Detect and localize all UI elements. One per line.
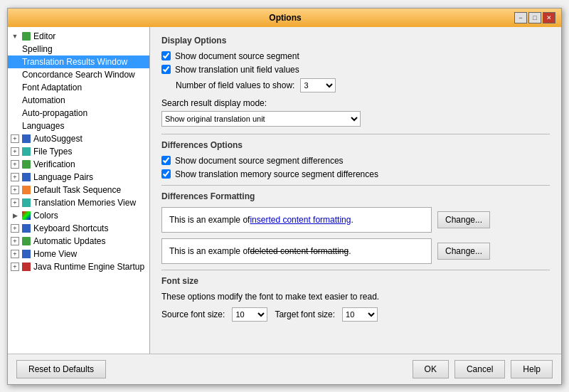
sidebar-item-colors[interactable]: ▶ Colors — [8, 209, 149, 222]
autoupdate-icon — [21, 236, 31, 246]
divider-2 — [161, 185, 550, 186]
verification-icon — [21, 159, 31, 169]
search-mode-section: Search result display mode: Show origina… — [161, 98, 550, 127]
main-panel: Display Options Show document source seg… — [150, 27, 561, 354]
editor-icon — [21, 31, 31, 41]
source-font-size-select[interactable]: 10 8 9 11 12 14 16 — [232, 307, 267, 322]
font-size-description: These options modify the font to make te… — [161, 292, 550, 302]
show-source-diff-row: Show document source segment differences — [161, 156, 550, 166]
show-source-segment-label: Show document source segment — [175, 51, 299, 61]
sidebar-item-tm-view[interactable]: + Translation Memories View — [8, 196, 149, 209]
deleted-preview-link: deleted content formatting — [250, 246, 349, 256]
sidebar-item-verification[interactable]: + Verification — [8, 158, 149, 171]
deleted-preview-text-after: . — [349, 246, 351, 256]
sidebar-item-automation[interactable]: Automation — [8, 94, 149, 107]
reset-button[interactable]: Reset to Defaults — [16, 360, 106, 378]
sidebar-label-editor: Editor — [33, 31, 55, 41]
sidebar-item-file-types[interactable]: + File Types — [8, 145, 149, 158]
sidebar-label-tmview: Translation Memories View — [33, 198, 136, 208]
options-dialog: Options − □ ✕ ▼ Editor Spelling Translat… — [7, 8, 562, 385]
sidebar-label-concordance: Concordance Search Window — [22, 70, 135, 80]
sidebar-item-translation-results-window[interactable]: Translation Results Window — [8, 55, 149, 68]
divider-3 — [161, 270, 550, 270]
show-source-segment-row: Show document source segment — [161, 51, 550, 61]
sidebar-item-home-view[interactable]: + Home View — [8, 248, 149, 260]
show-tm-diff-row: Show translation memory source segment d… — [161, 169, 550, 179]
window-title: Options — [56, 13, 514, 23]
sidebar-item-autosuggest[interactable]: + AutoSuggest — [8, 132, 149, 145]
divider-1 — [161, 134, 550, 134]
differences-formatting-title: Differences Formatting — [161, 191, 550, 201]
sidebar-item-auto-propagation[interactable]: Auto-propagation — [8, 107, 149, 120]
maximize-button[interactable]: □ — [528, 12, 541, 23]
inserted-preview-text-after: . — [351, 215, 353, 225]
tmview-icon — [21, 198, 31, 208]
show-source-diff-label: Show document source segment differences — [175, 156, 344, 166]
sidebar-item-language-pairs[interactable]: + Language Pairs — [8, 171, 149, 184]
sidebar-item-spelling[interactable]: Spelling — [8, 43, 149, 55]
sidebar-label-homeview: Home View — [33, 249, 77, 259]
sidebar-label-autoupdates: Automatic Updates — [33, 236, 105, 246]
sidebar-item-keyboard-shortcuts[interactable]: + Keyboard Shortcuts — [8, 222, 149, 235]
font-size-controls: Source font size: 10 8 9 11 12 14 16 Tar… — [161, 307, 550, 322]
sidebar-label-taskseq: Default Task Sequence — [33, 185, 121, 195]
inserted-preview-text-before: This is an example of — [169, 215, 250, 225]
sidebar-label-autoprop: Auto-propagation — [22, 108, 87, 118]
num-field-values-row: Number of field values to show: 3 1 2 4 … — [176, 78, 550, 92]
sidebar-item-concordance-search[interactable]: Concordance Search Window — [8, 68, 149, 81]
ok-button[interactable]: OK — [413, 360, 449, 378]
taskseq-icon — [21, 185, 31, 195]
sidebar-label-java: Java Runtime Engine Startup — [33, 262, 144, 272]
sidebar-label-automation: Automation — [22, 95, 65, 105]
differences-options-title: Differences Options — [161, 140, 550, 150]
sidebar-item-java-runtime[interactable]: + Java Runtime Engine Startup — [8, 260, 149, 273]
show-field-values-checkbox[interactable] — [161, 65, 171, 74]
num-field-values-label: Number of field values to show: — [176, 80, 294, 90]
plus-icon-kb: + — [11, 224, 19, 233]
plus-icon-lp: + — [11, 173, 19, 181]
expand-icon: ▼ — [11, 32, 19, 41]
sidebar-item-task-sequence[interactable]: + Default Task Sequence — [8, 184, 149, 196]
inserted-change-button[interactable]: Change... — [437, 211, 490, 228]
expand-icon-colors: ▶ — [11, 211, 19, 220]
plus-icon-jr: + — [11, 263, 19, 271]
deleted-preview-box: This is an example of deleted content fo… — [161, 238, 432, 264]
inserted-preview-link: inserted content formatting — [250, 215, 351, 225]
sidebar: ▼ Editor Spelling Translation Results Wi… — [8, 27, 150, 354]
footer-right-buttons: OK Cancel Help — [413, 360, 553, 378]
target-font-size-select[interactable]: 10 8 9 11 12 14 16 — [342, 307, 378, 322]
sidebar-label-trw: Translation Results Window — [22, 57, 127, 67]
java-icon — [21, 262, 31, 272]
deleted-change-button[interactable]: Change... — [437, 243, 490, 260]
close-button[interactable]: ✕ — [543, 12, 555, 23]
search-mode-label: Search result display mode: — [161, 98, 550, 108]
langpairs-icon — [21, 172, 31, 182]
minimize-button[interactable]: − — [514, 12, 527, 23]
keyboard-icon — [21, 223, 31, 233]
display-options-title: Display Options — [161, 36, 550, 46]
sidebar-label-keyboard: Keyboard Shortcuts — [33, 223, 108, 233]
plus-icon-tmv: + — [11, 198, 19, 207]
deleted-preview-text-before: This is an example of — [169, 246, 250, 256]
show-tm-diff-checkbox[interactable] — [161, 169, 171, 179]
sidebar-item-languages[interactable]: Languages — [8, 120, 149, 132]
show-source-segment-checkbox[interactable] — [161, 51, 171, 60]
deleted-formatting-row: This is an example of deleted content fo… — [161, 238, 550, 264]
sidebar-label-languages: Languages — [22, 121, 64, 131]
sidebar-item-editor[interactable]: ▼ Editor — [8, 30, 149, 43]
show-source-diff-checkbox[interactable] — [161, 156, 171, 165]
inserted-preview-box: This is an example of inserted content f… — [161, 207, 432, 233]
search-mode-select[interactable]: Show original translation unit Show modi… — [161, 111, 361, 127]
help-button[interactable]: Help — [511, 360, 553, 378]
sidebar-item-auto-updates[interactable]: + Automatic Updates — [8, 235, 149, 248]
autosuggest-icon — [21, 134, 31, 144]
plus-icon-ft: + — [11, 147, 19, 156]
sidebar-label-font-adapt: Font Adaptation — [22, 83, 82, 92]
sidebar-label-spelling: Spelling — [22, 44, 53, 54]
num-field-values-select[interactable]: 3 1 2 4 5 — [300, 78, 336, 92]
sidebar-label-autosuggest: AutoSuggest — [33, 134, 83, 144]
cancel-button[interactable]: Cancel — [454, 360, 505, 378]
sidebar-label-langpairs: Language Pairs — [33, 172, 93, 182]
sidebar-item-font-adaptation[interactable]: Font Adaptation — [8, 81, 149, 94]
plus-icon-autosuggest: + — [11, 134, 19, 143]
